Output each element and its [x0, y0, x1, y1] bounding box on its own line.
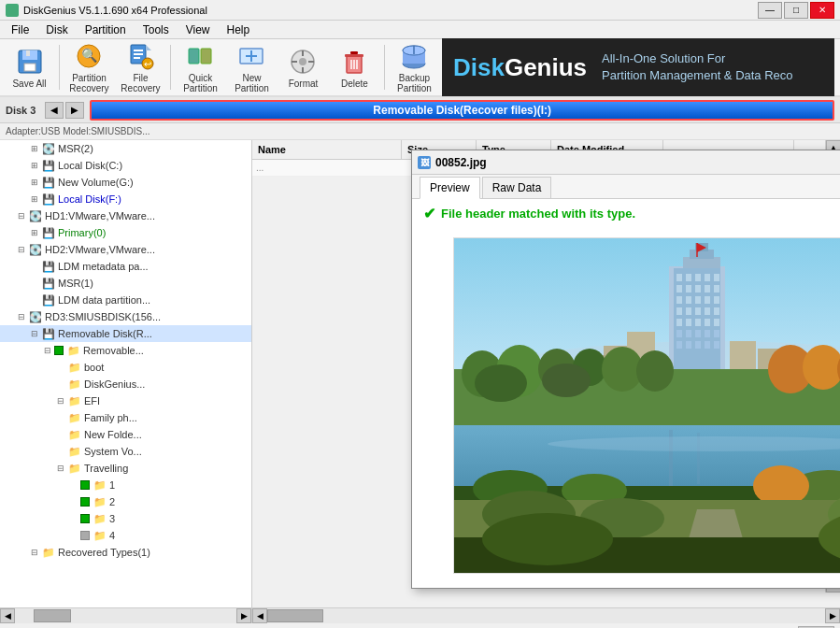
close-button[interactable]: ✕: [810, 2, 834, 19]
title-bar-controls[interactable]: — □ ✕: [758, 2, 834, 19]
tree-item-hd2[interactable]: ⊟ 💽 HD2:VMware,VMware...: [0, 241, 251, 258]
h-scroll-thumb-right[interactable]: [267, 609, 323, 622]
svg-rect-60: [676, 319, 682, 326]
h-scroll-left-button-2[interactable]: ◀: [252, 608, 267, 623]
tree-label-msr2: MSR(2): [58, 143, 93, 154]
menu-file[interactable]: File: [4, 21, 36, 38]
h-scroll-right-button-2[interactable]: ▶: [825, 608, 840, 623]
tree-item-rd3[interactable]: ⊟ 💽 RD3:SMIUSBDISK(156...: [0, 308, 251, 325]
right-panel-scrollbar[interactable]: ◀ ▶: [252, 608, 840, 622]
tree-item-diskgenius-folder[interactable]: 📁 DiskGenius...: [0, 376, 251, 392]
separator-3: [384, 45, 385, 90]
main-area: ⊞ 💽 MSR(2) ⊞ 💾 Local Disk(C:) ⊞ 💾 New Vo…: [0, 140, 840, 607]
menu-view[interactable]: View: [178, 21, 218, 38]
svg-rect-47: [695, 285, 701, 293]
svg-point-117: [482, 513, 613, 565]
folder-icon-diskgenius: 📁: [67, 378, 82, 391]
delete-button[interactable]: Delete: [331, 42, 378, 93]
tree-label-hd2: HD2:VMware,VMware...: [45, 244, 155, 255]
tree-item-efi[interactable]: ⊟ 📁 EFI: [0, 392, 251, 409]
svg-rect-53: [705, 296, 710, 304]
tree-label-folder-3: 3: [109, 513, 115, 524]
tree-item-ldm-meta[interactable]: 💾 LDM metadata pa...: [0, 258, 251, 275]
tree-item-msr2[interactable]: ⊞ 💽 MSR(2): [0, 140, 251, 157]
tree-item-newfolder[interactable]: 📁 New Folde...: [0, 426, 251, 443]
tree-item-folder-3[interactable]: 📁 3: [0, 510, 251, 527]
nav-right[interactable]: ▶: [65, 102, 84, 119]
svg-rect-55: [676, 307, 682, 315]
quick-partition-button[interactable]: QuickPartition: [177, 42, 224, 93]
h-scroll-left-button[interactable]: ◀: [0, 608, 15, 623]
svg-rect-9: [134, 53, 143, 55]
tree-item-recovered[interactable]: ⊟ 📁 Recovered Types(1): [0, 544, 251, 561]
folder-icon-boot: 📁: [67, 361, 82, 374]
tree-item-boot[interactable]: 📁 boot: [0, 359, 251, 376]
tree-item-removable[interactable]: ⊟ 💾 Removable Disk(R...: [0, 325, 251, 342]
tab-raw-data[interactable]: Raw Data: [482, 177, 552, 198]
menu-help[interactable]: Help: [220, 21, 258, 38]
tree-label-localc: Local Disk(C:): [58, 160, 122, 171]
folder-icon-efi: 📁: [67, 394, 82, 407]
save-all-button[interactable]: Save All: [6, 42, 53, 93]
tree-item-systemvol[interactable]: 📁 System Vo...: [0, 443, 251, 460]
tree-label-ldm-meta: LDM metadata pa...: [58, 261, 149, 272]
tree-item-folder-1[interactable]: 📁 1: [0, 477, 251, 493]
quick-partition-label: QuickPartition: [183, 73, 218, 93]
tree-item-travelling[interactable]: ⊟ 📁 Travelling: [0, 460, 251, 477]
tree-label-efi: EFI: [84, 395, 100, 407]
svg-rect-57: [695, 307, 701, 315]
left-panel-scrollbar[interactable]: ◀ ▶: [0, 608, 252, 622]
tree-item-localc[interactable]: ⊞ 💾 Local Disk(C:): [0, 157, 251, 174]
tree-label-removable: Removable Disk(R...: [58, 328, 152, 339]
h-scroll-right-button[interactable]: ▶: [236, 608, 251, 623]
tree-item-ldm-data[interactable]: 💾 LDM data partition...: [0, 292, 251, 308]
tab-preview[interactable]: Preview: [420, 177, 480, 199]
disk-selector-bar: Disk 3 ◀ ▶ Removable Disk(Recover files)…: [0, 97, 840, 123]
svg-rect-69: [714, 330, 719, 337]
svg-rect-40: [676, 274, 682, 281]
maximize-button[interactable]: □: [784, 2, 808, 19]
tree-item-localf[interactable]: ⊞ 💾 Local Disk(F:): [0, 191, 251, 207]
tree-item-newvolumeg[interactable]: ⊞ 💾 New Volume(G:): [0, 174, 251, 191]
nav-arrows[interactable]: ◀ ▶: [45, 102, 84, 119]
h-scroll-thumb-left[interactable]: [34, 609, 71, 622]
svg-rect-13: [189, 49, 199, 64]
tree-label-folder-2: 2: [109, 496, 115, 507]
tree-item-family[interactable]: 📁 Family ph...: [0, 409, 251, 426]
tree-item-hd1[interactable]: ⊟ 💽 HD1:VMware,VMware...: [0, 207, 251, 224]
app-title: DiskGenius V5.1.1.690 x64 Professional: [23, 5, 207, 16]
svg-rect-27: [350, 51, 358, 54]
disk-icon-hd1: 💽: [28, 209, 43, 222]
menu-disk[interactable]: Disk: [38, 21, 75, 38]
tree-label-folder-1: 1: [109, 479, 115, 491]
tree-label-ldm-data: LDM data partition...: [58, 294, 150, 306]
tree-item-removable-folder[interactable]: ⊟ 📁 Removable...: [0, 342, 251, 359]
tree-item-folder-4[interactable]: 📁 4: [0, 527, 251, 544]
disk-icon-msr1: 💾: [41, 277, 56, 290]
disk-strip[interactable]: Removable Disk(Recover files)(I:): [90, 100, 834, 121]
checkmark-icon: ✔: [423, 205, 435, 222]
menu-tools[interactable]: Tools: [135, 21, 177, 38]
file-recovery-button[interactable]: ↩ FileRecovery: [117, 42, 164, 93]
nav-left[interactable]: ◀: [45, 102, 64, 119]
new-partition-label: NewPartition: [235, 73, 269, 93]
svg-point-97: [542, 364, 591, 397]
partition-recovery-button[interactable]: 🔍 PartitionRecovery: [65, 42, 113, 93]
tree-item-folder-2[interactable]: 📁 2: [0, 493, 251, 510]
new-partition-button[interactable]: NewPartition: [228, 42, 276, 93]
svg-rect-58: [705, 307, 710, 315]
tree-item-primary0[interactable]: ⊞ 💾 Primary(0): [0, 224, 251, 241]
svg-point-89: [636, 350, 674, 392]
backup-partition-button[interactable]: BackupPartition: [391, 42, 438, 93]
svg-rect-59: [714, 307, 719, 315]
format-button[interactable]: Format: [279, 42, 327, 93]
menu-partition[interactable]: Partition: [78, 21, 134, 38]
green-sq-icon-2: [80, 497, 90, 507]
separator-2: [170, 45, 171, 90]
folder-icon-family: 📁: [67, 411, 82, 424]
svg-rect-72: [695, 341, 701, 349]
menu-bar: File Disk Partition Tools View Help: [0, 21, 840, 39]
tree-item-msr1[interactable]: 💾 MSR(1): [0, 275, 251, 292]
minimize-button[interactable]: —: [758, 2, 782, 19]
col-header-name[interactable]: Name: [252, 140, 402, 159]
